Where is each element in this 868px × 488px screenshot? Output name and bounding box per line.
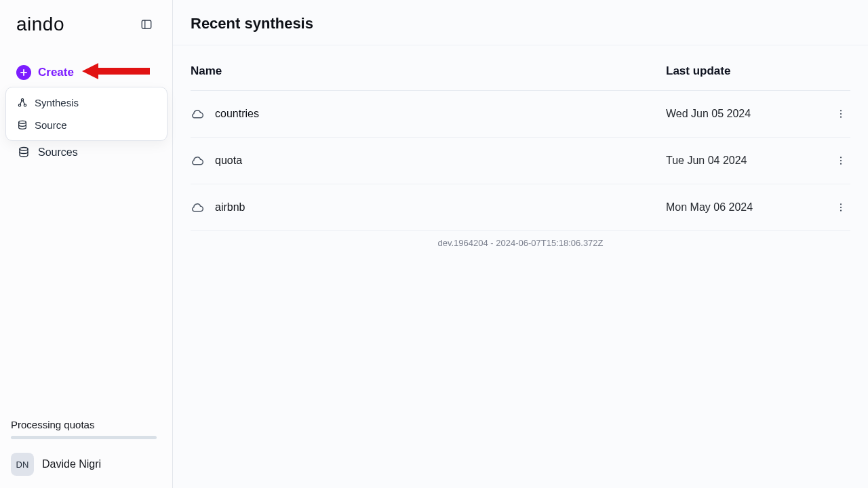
main-header: Recent synthesis xyxy=(173,0,868,45)
svg-point-20 xyxy=(840,210,842,211)
table-header-row: Name Last update xyxy=(191,52,850,91)
table-row[interactable]: countries Wed Jun 05 2024 xyxy=(191,91,850,138)
create-label: Create xyxy=(38,66,74,79)
processing-quotas-label: Processing quotas xyxy=(11,419,161,430)
annotation-arrow-icon xyxy=(82,61,150,84)
table-cell-name: countries xyxy=(191,107,666,121)
processing-quotas-bar xyxy=(11,436,157,439)
row-last-update: Tue Jun 04 2024 xyxy=(666,155,822,167)
row-last-update: Wed Jun 05 2024 xyxy=(666,108,822,120)
cloud-icon xyxy=(191,154,204,167)
page-title: Recent synthesis xyxy=(191,15,850,33)
svg-point-14 xyxy=(840,117,842,118)
sidebar-header: aindo xyxy=(11,14,161,35)
row-name: airbnb xyxy=(215,201,245,214)
svg-point-16 xyxy=(840,160,842,161)
dropdown-item-label: Source xyxy=(35,119,67,131)
row-actions-button[interactable] xyxy=(831,104,850,123)
synthesis-table: Name Last update countries Wed Jun 05 20… xyxy=(173,45,868,251)
svg-point-19 xyxy=(840,207,842,208)
database-icon xyxy=(18,146,30,159)
database-icon xyxy=(17,120,28,131)
sidebar: aindo Create Synthesis xyxy=(0,0,173,488)
table-cell-name: airbnb xyxy=(191,201,666,214)
create-dropdown-synthesis[interactable]: Synthesis xyxy=(10,92,163,114)
row-actions-button[interactable] xyxy=(831,198,850,217)
more-vertical-icon xyxy=(835,155,846,166)
dropdown-item-label: Synthesis xyxy=(35,97,79,108)
more-vertical-icon xyxy=(835,108,846,119)
more-vertical-icon xyxy=(835,202,846,213)
synthesis-icon xyxy=(17,98,28,108)
cloud-icon xyxy=(191,107,204,121)
svg-point-11 xyxy=(20,148,28,151)
cloud-icon xyxy=(191,201,204,214)
svg-marker-4 xyxy=(82,63,150,79)
user-menu[interactable]: DN Davide Nigri xyxy=(11,453,161,476)
row-last-update: Mon May 06 2024 xyxy=(666,201,822,214)
svg-point-13 xyxy=(840,113,842,115)
nav-item-label: Sources xyxy=(38,146,78,159)
svg-rect-0 xyxy=(142,20,151,28)
main: Recent synthesis Name Last update countr… xyxy=(173,0,868,488)
collapse-sidebar-button[interactable] xyxy=(137,15,156,34)
create-button[interactable]: Create xyxy=(11,61,161,84)
column-header-name[interactable]: Name xyxy=(191,64,666,78)
svg-point-17 xyxy=(840,163,842,165)
panel-left-icon xyxy=(140,18,153,30)
nav-item-sources[interactable]: Sources xyxy=(11,140,161,165)
table-cell-name: quota xyxy=(191,154,666,167)
svg-point-12 xyxy=(840,110,842,111)
svg-point-18 xyxy=(840,203,842,205)
brand-logo: aindo xyxy=(16,14,64,35)
svg-line-9 xyxy=(23,100,24,104)
column-header-last-update[interactable]: Last update xyxy=(666,64,822,78)
create-dropdown: Synthesis Source xyxy=(5,87,167,141)
svg-point-15 xyxy=(840,157,842,158)
row-name: countries xyxy=(215,108,259,120)
table-row[interactable]: airbnb Mon May 06 2024 xyxy=(191,184,850,231)
plus-circle-icon xyxy=(16,65,31,80)
table-row[interactable]: quota Tue Jun 04 2024 xyxy=(191,138,850,184)
row-actions-button[interactable] xyxy=(831,151,850,170)
processing-quotas[interactable]: Processing quotas xyxy=(11,419,161,439)
create-dropdown-source[interactable]: Source xyxy=(10,114,163,136)
svg-point-10 xyxy=(19,121,26,123)
avatar: DN xyxy=(11,453,34,476)
row-name: quota xyxy=(215,155,242,167)
svg-line-8 xyxy=(20,100,22,104)
version-footer: dev.1964204 - 2024-06-07T15:18:06.372Z xyxy=(191,231,850,251)
user-name: Davide Nigri xyxy=(42,458,101,470)
